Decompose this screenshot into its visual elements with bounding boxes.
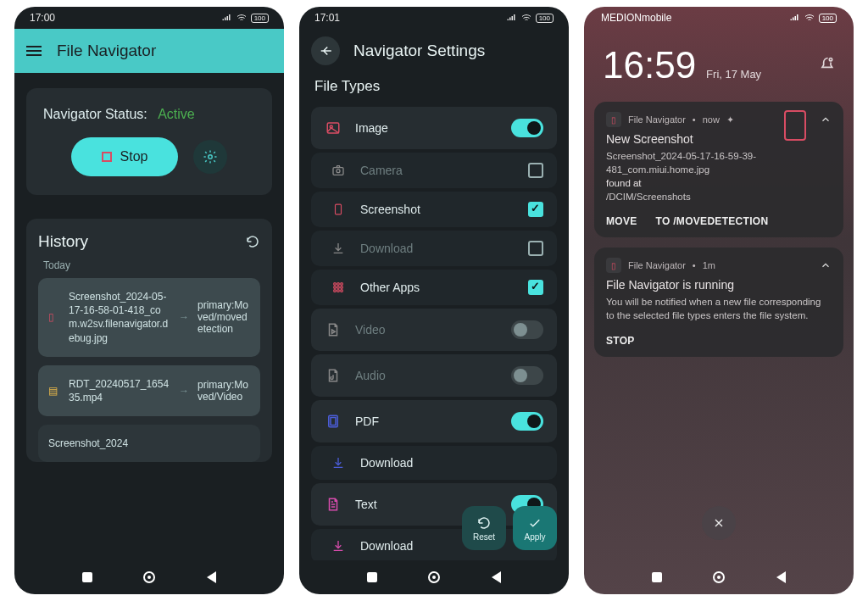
svg-point-18 [829,58,832,61]
signal-icon [505,13,517,23]
filetype-label: Video [355,323,498,337]
notif-when: now [703,114,720,125]
menu-icon[interactable] [26,43,42,58]
checkbox[interactable] [528,280,543,295]
svg-point-12 [334,290,337,292]
checkbox[interactable] [528,163,543,178]
source-download[interactable]: Download [311,231,557,266]
reset-label: Reset [473,532,495,542]
dnd-icon[interactable] [818,56,835,76]
screen-main: 17:00 100 File Navigator Navigator Statu… [14,7,284,594]
stop-label: Stop [120,149,148,164]
svg-rect-16 [331,418,336,426]
filetype-audio[interactable]: Audio [311,354,557,397]
gear-icon [203,149,218,164]
section-header: File Types [299,73,569,107]
notification-new-screenshot[interactable]: ▯ File Navigator • now ✦ New Screenshot … [594,102,843,237]
apps-icon [330,281,347,294]
notif-body: Screenshot_2024-05-17-16-59-39-481_com.m… [606,149,793,203]
main-content: Navigator Status: Active Stop History To… [14,73,284,560]
reset-icon [476,515,492,531]
notif-path: /DCIM/Screenshots [606,192,691,202]
status-bar: 17:01 100 [299,7,569,29]
chevron-up-icon[interactable] [820,259,832,275]
notification-running[interactable]: ▯ File Navigator • 1m File Navigator is … [594,248,843,356]
nav-recent-icon[interactable] [652,572,662,582]
notif-body: You will be notified when a new file cor… [606,295,832,322]
notif-app: File Navigator [628,114,686,125]
settings-top-bar: Navigator Settings [299,29,569,73]
nav-back-icon[interactable] [776,571,786,583]
close-icon [712,516,726,530]
notif-found-at: found at [606,178,642,188]
history-item-dest: primary:Moved/movedetection [198,299,250,335]
history-item[interactable]: Screenshot_2024 [38,425,260,462]
history-item[interactable]: ▯ Screenshot_2024-05-17-16-58-01-418_com… [38,278,260,357]
signal-icon [220,13,232,23]
toggle[interactable] [511,119,543,137]
svg-point-4 [337,170,340,173]
clock-date: Fri, 17 May [706,68,761,81]
toggle[interactable] [511,366,543,385]
status-icons: 100 [220,13,269,23]
filetype-pdf[interactable]: PDF [311,400,557,442]
status-icons: 100 [505,13,554,23]
toggle[interactable] [511,412,543,431]
silent-icon: ✦ [726,114,734,125]
clock-row: 16:59 Fri, 17 May [584,29,854,97]
apply-button[interactable]: Apply [513,506,557,550]
back-button[interactable] [311,36,340,65]
nav-recent-icon[interactable] [367,572,377,582]
fab-row: Reset Apply [462,506,557,550]
notif-when: 1m [703,260,715,270]
audio-icon [325,368,342,383]
android-nav-bar [584,560,854,594]
camera-icon [330,164,347,177]
source-label: Camera [360,164,515,177]
svg-point-6 [334,283,337,286]
filetype-label: Image [355,121,498,135]
history-title: History [38,232,88,251]
nav-recent-icon[interactable] [82,572,92,582]
apply-label: Apply [524,532,545,542]
source-screenshot[interactable]: Screenshot [311,192,557,227]
action-row: Stop [43,137,255,176]
nav-home-icon[interactable] [143,571,155,583]
android-nav-bar [299,560,569,594]
history-item-dest: primary:Moved/Video [198,379,250,403]
notif-app: File Navigator [628,260,686,270]
clock-time: 16:59 [603,44,696,86]
screenshot-icon [330,202,347,217]
source-other-apps[interactable]: Other Apps [311,270,557,305]
source-camera[interactable]: Camera [311,153,557,188]
app-top-bar: File Navigator [14,29,284,73]
reset-button[interactable]: Reset [462,506,506,550]
notif-title: File Navigator is running [606,278,832,292]
refresh-icon[interactable] [245,234,260,249]
nav-home-icon[interactable] [428,571,440,583]
nav-home-icon[interactable] [713,571,725,583]
app-icon: ▯ [606,258,621,273]
status-icons: 100 [788,13,837,23]
clear-notifications-button[interactable] [702,506,736,540]
source-pdf-download[interactable]: Download [311,446,557,480]
stop-button[interactable]: Stop [71,137,179,176]
checkbox[interactable] [528,241,543,256]
svg-point-11 [341,287,343,289]
action-stop[interactable]: STOP [606,335,635,347]
checkbox[interactable] [528,202,543,217]
settings-button[interactable] [193,140,227,174]
toggle[interactable] [511,320,543,339]
filetype-video[interactable]: Video [311,309,557,351]
filetype-image[interactable]: Image [311,107,557,149]
download-icon [330,242,347,255]
wifi-icon [236,13,248,23]
nav-back-icon[interactable] [207,571,216,583]
action-to[interactable]: TO /MOVEDETECTION [656,215,769,227]
arrow-left-icon [318,43,333,58]
history-item[interactable]: ▤ RDT_20240517_165435.mp4 → primary:Move… [38,365,260,416]
status-row: Navigator Status: Active [43,107,255,122]
chevron-up-icon[interactable] [820,114,832,129]
nav-back-icon[interactable] [492,571,501,583]
action-move[interactable]: MOVE [606,215,637,227]
